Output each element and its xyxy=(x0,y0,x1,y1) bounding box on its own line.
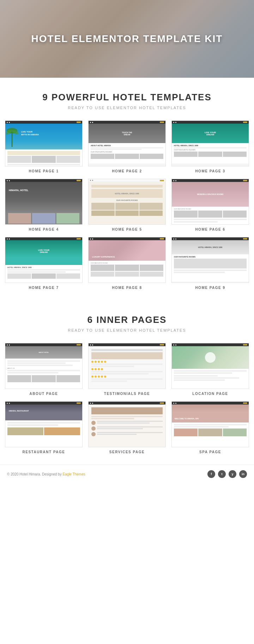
nav-dot xyxy=(175,122,176,123)
linkedin-icon[interactable]: in xyxy=(239,470,247,478)
hp4-overlay-text: HIMARA, HOTEL xyxy=(9,189,29,191)
nav-btn xyxy=(160,180,164,181)
about-row2 xyxy=(7,362,66,364)
template-card-hp3[interactable]: LIVE YOURDREAM HOTEL HIMARA, SINCE 1996 … xyxy=(171,120,249,173)
template-label-hp2: HOME PAGE 2 xyxy=(112,169,142,173)
template-thumb-about[interactable]: ABOUT HOTEL ABOUT US xyxy=(5,343,83,389)
location-row1 xyxy=(174,370,247,372)
hp7-img3 xyxy=(56,273,80,279)
home-pages-grid: LIVE YOURMYTH IN HIMARA HOME PAGE 1 xyxy=(0,117,254,300)
hp8-overlay-text: LUXURY EXPERIENCE xyxy=(92,256,115,258)
template-thumb-spa[interactable]: WELCOME TO HIMARA, SPA xyxy=(171,401,249,447)
template-card-location[interactable]: LOCATION PAGE xyxy=(171,343,249,396)
template-card-hp9[interactable]: HOTEL HIMARA, SINCE 1996 OUR FAVOURITE R… xyxy=(171,237,249,290)
spa-img2 xyxy=(198,429,222,436)
about-content: ABOUT US xyxy=(5,359,82,389)
hp2-img3 xyxy=(140,154,163,159)
template-thumb-hp4[interactable]: HIMARA, HOTEL xyxy=(5,179,83,225)
hp2-images xyxy=(91,154,163,159)
nav-dot xyxy=(7,122,8,123)
hp2-desc xyxy=(91,147,163,148)
star xyxy=(101,368,103,370)
testimonials-hero-bar xyxy=(91,352,163,359)
restaurant-hero-bg: HIMARA, RESTAURANT xyxy=(5,404,82,420)
hp5-header-bar xyxy=(91,185,163,188)
location-row4 xyxy=(174,377,239,379)
template-thumb-hp9[interactable]: HOTEL HIMARA, SINCE 1996 OUR FAVOURITE R… xyxy=(171,237,249,283)
star xyxy=(95,376,97,378)
hp6-img1 xyxy=(174,211,198,218)
template-card-spa[interactable]: WELCOME TO HIMARA, SPA SPA PAGE xyxy=(171,401,249,454)
nav-btn xyxy=(243,402,247,404)
hero-section: HOTEL ELEMENTOR TEMPLATE KIT xyxy=(0,0,254,78)
template-card-hp8[interactable]: LUXURY EXPERIENCE OUR FAVOURITE ROOMS xyxy=(88,237,166,290)
footer-brand-link[interactable]: Eagle Themes xyxy=(62,472,85,476)
hp9-row xyxy=(174,270,247,271)
hp7-overlay-text: LIVE YOURDREAM xyxy=(38,249,49,253)
twitter-icon[interactable]: t xyxy=(218,470,226,478)
template-thumb-testimonials[interactable] xyxy=(88,343,166,389)
hp3-rooms-label: OUR FAVOURITE ROOMS xyxy=(174,149,247,151)
about-row4 xyxy=(7,370,80,371)
services-row2 xyxy=(91,418,134,419)
template-card-hp1[interactable]: LIVE YOURMYTH IN HIMARA HOME PAGE 1 xyxy=(5,120,83,173)
template-card-testimonials[interactable]: TESTIMONIALS PAGE xyxy=(88,343,166,396)
template-card-restaurant[interactable]: HIMARA, RESTAURANT RESTAURANT PAGE xyxy=(5,401,83,454)
template-thumb-hp7[interactable]: LIVE YOURDREAM HOTEL HIMARA, SINCE 1996 xyxy=(5,237,83,283)
hp3-img1 xyxy=(174,152,198,157)
hp8-rooms-label: OUR FAVOURITE ROOMS xyxy=(91,262,163,264)
spa-images xyxy=(174,429,247,436)
nav-dot xyxy=(92,344,93,345)
hp8-images xyxy=(91,265,163,271)
nav-btn xyxy=(160,402,164,404)
nav-dot xyxy=(92,403,93,404)
template-card-services[interactable]: SERVICES PAGE xyxy=(88,401,166,454)
template-thumb-hp2[interactable]: TOUCH THEDREAM ABOUT HOTEL HIMARA OUR FA… xyxy=(88,120,166,166)
spa-hero-bg: WELCOME TO HIMARA, SPA xyxy=(172,404,249,423)
about-hero-bg: ABOUT HOTEL xyxy=(5,346,82,359)
template-label-spa: SPA PAGE xyxy=(199,450,221,454)
template-card-hp2[interactable]: TOUCH THEDREAM ABOUT HOTEL HIMARA OUR FA… xyxy=(88,120,166,173)
template-thumb-restaurant[interactable]: HIMARA, RESTAURANT xyxy=(5,401,83,447)
hp9-hero: HOTEL HIMARA, SINCE 1996 xyxy=(172,240,249,254)
hp5-more-img2 xyxy=(115,211,139,216)
hp6-background: MODERN & SPACIOUS ROOMS xyxy=(172,182,249,207)
hp8-img3 xyxy=(140,265,163,271)
template-thumb-hp1[interactable]: LIVE YOURMYTH IN HIMARA xyxy=(5,120,83,166)
template-card-about[interactable]: ABOUT HOTEL ABOUT US ABOUT PAGE xyxy=(5,343,83,396)
services-row1 xyxy=(91,416,163,417)
template-thumb-hp6[interactable]: MODERN & SPACIOUS ROOMS OUR FAVOURITE RO… xyxy=(171,179,249,225)
hp8-more2 xyxy=(115,272,139,277)
about-img3 xyxy=(56,375,80,382)
template-card-hp4[interactable]: HIMARA, HOTEL HOME PAGE 4 xyxy=(5,179,83,231)
facebook-icon[interactable]: f xyxy=(207,470,215,478)
section2-subheading: READY TO USE ELEMENTOR HOTEL TEMPLATES xyxy=(7,328,247,332)
spa-row2 xyxy=(174,426,229,427)
nav-btn xyxy=(77,180,81,181)
template-card-hp7[interactable]: LIVE YOURDREAM HOTEL HIMARA, SINCE 1996 xyxy=(5,237,83,290)
hp7-row1 xyxy=(7,269,80,271)
youtube-icon[interactable]: y xyxy=(229,470,236,478)
service-text-2 xyxy=(97,426,163,431)
hp2-img2 xyxy=(115,154,139,159)
template-thumb-services[interactable] xyxy=(88,401,166,447)
star xyxy=(91,368,93,370)
template-card-hp6[interactable]: MODERN & SPACIOUS ROOMS OUR FAVOURITE RO… xyxy=(171,179,249,231)
restaurant-row2 xyxy=(7,424,58,426)
service-text-line2 xyxy=(97,423,150,424)
template-card-hp5[interactable]: HOTEL HIMARA, SINCE 1996 OUR FAVOURITE R… xyxy=(88,179,166,231)
template-thumb-hp5[interactable]: HOTEL HIMARA, SINCE 1996 OUR FAVOURITE R… xyxy=(88,179,166,225)
hp7-row2 xyxy=(7,271,66,273)
testimonials-header-bar xyxy=(91,349,163,351)
hp8-more3 xyxy=(140,272,163,277)
about-row1 xyxy=(7,360,80,362)
template-thumb-hp3[interactable]: LIVE YOURDREAM HOTEL HIMARA, SINCE 1996 … xyxy=(171,120,249,166)
hp8-more1 xyxy=(91,272,114,277)
hp3-hotel-title: HOTEL HIMARA, SINCE 1996 xyxy=(174,144,247,147)
footer-social-icons: f t y in xyxy=(207,470,247,478)
hp2-desc2 xyxy=(91,149,141,150)
location-row2 xyxy=(174,372,232,374)
template-thumb-location[interactable] xyxy=(171,343,249,389)
restaurant-hero-text: HIMARA, RESTAURANT xyxy=(9,410,29,412)
template-thumb-hp8[interactable]: LUXURY EXPERIENCE OUR FAVOURITE ROOMS xyxy=(88,237,166,283)
